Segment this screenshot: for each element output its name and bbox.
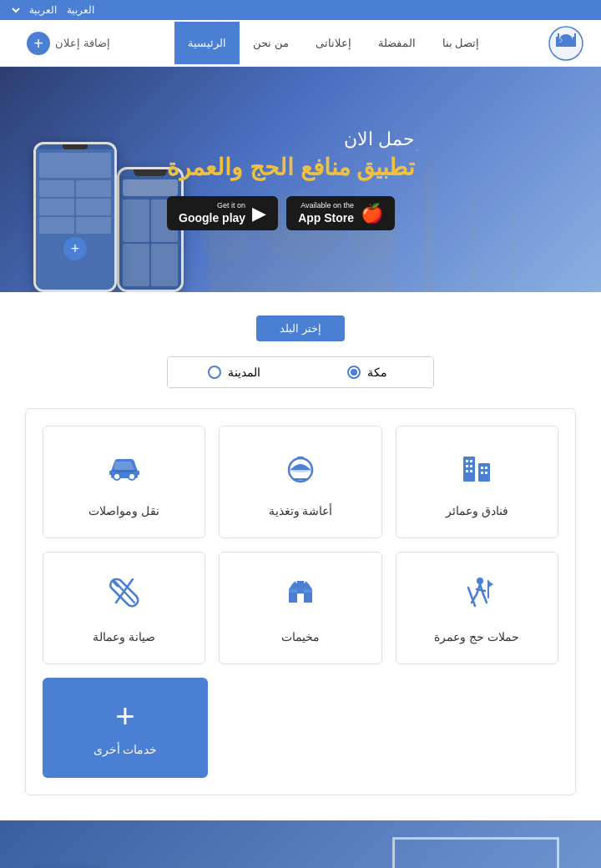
appstore-sub: Available on the — [298, 201, 354, 211]
hero-title: تطبيق منافع الحج والعمرة — [167, 154, 415, 181]
nav-ads[interactable]: إعلاناتى — [302, 22, 365, 64]
hero-phones: + — [50, 142, 184, 292]
svg-point-9 — [433, 166, 435, 168]
hero-content: حمل الان تطبيق منافع الحج والعمرة 🍎 Avai… — [167, 129, 415, 231]
svg-rect-26 — [478, 463, 490, 482]
hero-section: + حمل الان تطبيق منافع الحج والعمرة 🍎 Av… — [0, 67, 601, 292]
medina-radio[interactable] — [208, 366, 221, 379]
service-card-hotels[interactable]: فنادق وعمائر — [396, 426, 558, 538]
transport-label: نقل ومواصلات — [88, 504, 159, 517]
add-ad-button[interactable]: إضافة إعلان + — [17, 25, 120, 62]
svg-rect-17 — [424, 175, 434, 292]
more-plus-icon: + — [115, 699, 134, 733]
car-icon — [104, 447, 144, 494]
svg-rect-49 — [297, 581, 304, 594]
svg-rect-39 — [297, 457, 304, 459]
svg-rect-44 — [109, 471, 114, 475]
phone-large: + — [33, 142, 117, 292]
svg-rect-36 — [485, 472, 487, 474]
services-section: فنادق وعمائر أعاشة وتغذية — [0, 400, 601, 820]
food-icon — [280, 447, 321, 494]
navbar: ☽ الرئيسية من نحن إعلاناتى المفضلة إتصل … — [0, 20, 601, 67]
nav-features[interactable]: المفضلة — [365, 22, 429, 64]
top-bar: العربية العربية English — [0, 0, 601, 20]
svg-rect-28 — [470, 460, 472, 462]
add-ad-label: إضافة إعلان — [55, 37, 110, 49]
service-card-food[interactable]: أعاشة وتغذية — [219, 426, 381, 538]
maintenance-label: صيانة وعمالة — [93, 630, 155, 643]
food-label: أعاشة وتغذية — [269, 504, 333, 517]
tent-icon — [280, 573, 321, 620]
tools-icon — [104, 573, 144, 620]
svg-rect-29 — [466, 465, 468, 467]
appstore-button[interactable]: 🍎 Available on the App Store — [286, 196, 395, 231]
hero2-bg-mosque — [0, 854, 601, 868]
googleplay-button[interactable]: ▶ Get it on Google play — [167, 196, 278, 231]
hero-subtitle: حمل الان — [167, 129, 415, 150]
mecca-label: مكة — [367, 366, 387, 379]
googleplay-sub: Get it on — [179, 201, 245, 211]
camps-label: مخيمات — [281, 630, 320, 643]
svg-rect-33 — [481, 467, 483, 469]
svg-text:☽: ☽ — [557, 37, 563, 44]
building-icon — [457, 447, 497, 494]
hotels-label: فنادق وعمائر — [446, 504, 508, 517]
svg-point-42 — [129, 473, 135, 480]
more-services-card[interactable]: + خدمات أخرى — [43, 678, 208, 778]
more-services-label: خدمات أخرى — [93, 743, 158, 756]
city-medina[interactable]: المدينة — [168, 357, 300, 387]
service-card-transport[interactable]: نقل ومواصلات — [43, 426, 205, 538]
services-grid: فنادق وعمائر أعاشة وتغذية — [43, 426, 558, 664]
services-bottom: + خدمات أخرى — [43, 678, 558, 778]
svg-rect-25 — [463, 457, 475, 482]
country-button[interactable]: إختر البلد — [256, 315, 345, 341]
svg-rect-31 — [466, 470, 468, 472]
hero2-section: + حمل الان تطبيق منافع الحج والعمرة 🍎 Av… — [0, 820, 601, 868]
pilgrim-label: حملات حج وعمرة — [434, 630, 519, 643]
svg-rect-34 — [485, 467, 487, 469]
google-play-icon: ▶ — [252, 203, 266, 225]
city-section: إختر البلد مكة المدينة — [0, 292, 601, 400]
service-card-maintenance[interactable]: صيانة وعمالة — [43, 552, 205, 664]
appstore-label: App Store — [298, 210, 354, 225]
pilgrim-icon — [457, 573, 497, 620]
logo[interactable]: ☽ — [548, 25, 584, 62]
city-mecca[interactable]: مكة — [300, 357, 433, 387]
googleplay-label: Google play — [179, 210, 245, 225]
svg-rect-32 — [470, 470, 472, 472]
store-buttons: 🍎 Available on the App Store ▶ Get it on… — [167, 196, 415, 231]
nav-contact[interactable]: إتصل بنا — [429, 22, 493, 64]
svg-rect-35 — [481, 472, 483, 474]
city-options: مكة المدينة — [167, 356, 434, 388]
nav-about[interactable]: من نحن — [240, 22, 302, 64]
svg-rect-51 — [304, 589, 312, 593]
svg-rect-40 — [293, 478, 308, 481]
svg-marker-18 — [424, 159, 434, 175]
svg-rect-30 — [470, 465, 472, 467]
services-container: فنادق وعمائر أعاشة وتغذية — [25, 408, 576, 795]
hero-title-start: تطبيق — [351, 154, 416, 180]
svg-rect-21 — [469, 192, 476, 292]
nav-links: الرئيسية من نحن إعلاناتى المفضلة إتصل بن… — [174, 22, 492, 64]
service-card-camps[interactable]: مخيمات — [219, 552, 381, 664]
svg-marker-22 — [469, 179, 476, 192]
svg-rect-24 — [513, 209, 518, 292]
svg-rect-27 — [466, 460, 468, 462]
plus-icon: + — [27, 32, 50, 55]
apple-icon: 🍎 — [361, 203, 383, 225]
svg-rect-43 — [111, 470, 138, 472]
mecca-radio[interactable] — [347, 366, 361, 379]
svg-rect-50 — [289, 589, 297, 593]
svg-rect-4 — [573, 37, 576, 47]
nav-home[interactable]: الرئيسية — [174, 22, 240, 64]
svg-point-8 — [417, 149, 419, 152]
language-label: العربية — [67, 4, 94, 16]
medina-label: المدينة — [228, 366, 260, 379]
svg-marker-6 — [574, 33, 576, 37]
language-select[interactable]: العربية English — [10, 3, 60, 17]
svg-rect-45 — [134, 471, 139, 475]
service-card-pilgrim[interactable]: حملات حج وعمرة — [396, 552, 558, 664]
svg-point-41 — [114, 473, 120, 480]
hero-title-highlight: منافع الحج والعمرة — [167, 154, 351, 180]
